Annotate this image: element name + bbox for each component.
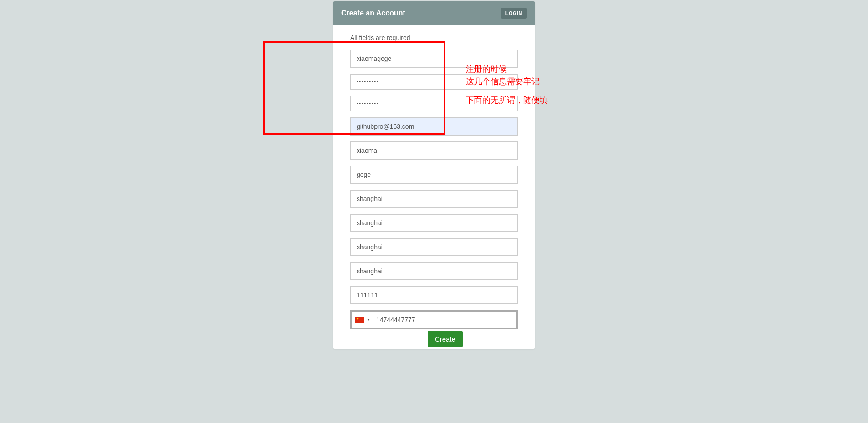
card-header: Create an Account LOGIN [333,1,535,25]
email-input[interactable] [350,117,518,136]
city3-input[interactable] [350,238,518,256]
annotation-text: 注册的时候 这几个信息需要牢记 下面的无所谓，随便填 [466,64,548,107]
registration-card: Create an Account LOGIN All fields are r… [333,1,535,349]
zipcode-input[interactable] [350,286,518,304]
country-flag-selector[interactable] [352,313,373,327]
annotation-line-3: 下面的无所谓，随便填 [466,95,548,106]
create-button[interactable]: Create [428,331,463,347]
city4-input[interactable] [350,262,518,280]
phone-input-group [350,310,518,329]
required-fields-text: All fields are required [350,34,518,41]
city1-input[interactable] [350,190,518,208]
lastname-input[interactable] [350,166,518,184]
china-flag-icon [355,317,364,323]
annotation-line-2: 这几个信息需要牢记 [466,76,548,87]
login-button[interactable]: LOGIN [501,8,527,19]
chevron-down-icon [367,319,370,321]
city2-input[interactable] [350,214,518,232]
card-title: Create an Account [341,9,405,17]
firstname-input[interactable] [350,141,518,160]
phone-input[interactable] [373,312,516,328]
annotation-line-1: 注册的时候 [466,64,548,75]
